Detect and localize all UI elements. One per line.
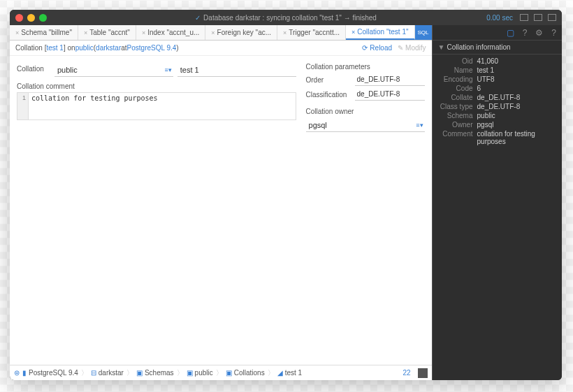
folder-icon: ▣ xyxy=(226,369,232,377)
classification-input[interactable]: de_DE.UTF-8 xyxy=(355,88,425,101)
reload-button[interactable]: ⟳Reload xyxy=(362,44,392,52)
close-icon[interactable]: × xyxy=(211,29,215,36)
info-tab-icon[interactable]: ▢ xyxy=(507,28,514,38)
info-body: Oid41,060 Nametest 1 EncodingUTF8 Code6 … xyxy=(433,55,562,150)
object-header: Collation [ test 1 ] on public (darkstar… xyxy=(10,41,432,56)
sync-duration: 0.00 sec xyxy=(486,14,513,22)
sql-tab-button[interactable]: SQL xyxy=(415,25,432,40)
dropdown-icon: ≡▾ xyxy=(165,66,172,73)
server-link[interactable]: PostgreSQL 9.4 xyxy=(127,44,177,52)
info-row: Oid41,060 xyxy=(438,57,556,65)
params-title: Collation parameters xyxy=(306,63,425,71)
tab-trigger[interactable]: ×Trigger "accntt... xyxy=(277,25,346,40)
tab-schema[interactable]: ×Schema "billme" xyxy=(10,25,78,40)
order-label: Order xyxy=(306,76,355,84)
inspector-tabs: ▢ ? ⚙ ? xyxy=(433,25,562,41)
collation-label: Collation xyxy=(17,65,50,73)
collation-name-input[interactable]: test 1 xyxy=(177,63,296,77)
schema-select[interactable]: public≡▾ xyxy=(55,63,173,77)
tab-fkey[interactable]: ×Foreign key "ac... xyxy=(205,25,277,40)
breadcrumb-item[interactable]: ▮PostgreSQL 9.4 xyxy=(22,369,78,377)
editor-tabs: ×Schema "billme" ×Table "accnt" ×Index "… xyxy=(10,25,432,41)
view-mode-icon[interactable] xyxy=(520,14,528,21)
window-title: ✓Database darkstar : syncing collation "… xyxy=(10,14,562,22)
collation-icon: ◢ xyxy=(277,369,283,377)
breadcrumb-item[interactable]: ⊟darkstar xyxy=(91,369,124,377)
info-row: Collatede_DE.UTF-8 xyxy=(438,94,556,101)
schema-link[interactable]: public xyxy=(75,44,94,52)
comment-text[interactable]: collation for testing purposes xyxy=(29,93,296,119)
info-row: Code6 xyxy=(438,85,556,92)
home-icon[interactable]: ⊜ xyxy=(14,369,20,377)
inspector-panel: ▢ ? ⚙ ? ▼Collation information Oid41,060… xyxy=(433,25,562,380)
folder-icon: ▣ xyxy=(136,369,143,377)
close-icon[interactable]: × xyxy=(283,29,286,36)
owner-select[interactable]: pgsql≡▾ xyxy=(306,118,425,132)
titlebar-view-icons xyxy=(520,14,556,21)
pencil-icon: ✎ xyxy=(398,44,403,52)
zoom-window-button[interactable] xyxy=(39,14,47,22)
collation-name-link[interactable]: test 1 xyxy=(46,44,63,52)
info-row: Class typede_DE.UTF-8 xyxy=(438,103,556,110)
app-body: ×Schema "billme" ×Table "accnt" ×Index "… xyxy=(10,25,562,380)
close-icon[interactable]: × xyxy=(84,29,87,36)
line-gutter: 1 xyxy=(17,93,29,119)
breadcrumb: ⊜ ▮PostgreSQL 9.4〉 ⊟darkstar〉 ▣Schemas〉 … xyxy=(10,365,432,380)
breadcrumb-item[interactable]: ▣Schemas xyxy=(136,369,174,377)
traffic-lights xyxy=(15,14,47,22)
info-section-header[interactable]: ▼Collation information xyxy=(433,41,562,55)
close-icon[interactable]: × xyxy=(142,29,145,36)
gear-icon[interactable]: ⚙ xyxy=(535,28,543,38)
breadcrumb-item[interactable]: ▣public xyxy=(187,369,213,377)
owner-title: Collation owner xyxy=(306,108,425,115)
help-icon[interactable]: ? xyxy=(523,28,528,38)
comment-editor[interactable]: 1 collation for testing purposes xyxy=(17,92,296,120)
info-row: Ownerpgsql xyxy=(438,121,556,129)
reload-icon: ⟳ xyxy=(362,44,368,52)
info-row: Commentcollation for testing purposes xyxy=(438,130,556,145)
check-icon: ✓ xyxy=(195,14,201,22)
tab-collation[interactable]: ×Collation "test 1" xyxy=(346,25,415,40)
tab-index[interactable]: ×Index "accnt_u... xyxy=(136,25,205,40)
titlebar: ✓Database darkstar : syncing collation "… xyxy=(10,10,562,25)
main-panel: ×Schema "billme" ×Table "accnt" ×Index "… xyxy=(10,25,433,380)
minimize-window-button[interactable] xyxy=(27,14,35,22)
comment-label: Collation comment xyxy=(17,82,296,90)
close-icon[interactable]: × xyxy=(15,29,19,36)
close-window-button[interactable] xyxy=(15,14,23,22)
server-icon: ▮ xyxy=(22,369,27,377)
status-indicator xyxy=(418,368,428,378)
modify-button[interactable]: ✎Modify xyxy=(398,44,426,52)
info-row: EncodingUTF8 xyxy=(438,75,556,83)
disclosure-triangle-icon: ▼ xyxy=(438,43,445,51)
breadcrumb-count: 22 xyxy=(402,369,410,377)
tab-table[interactable]: ×Table "accnt" xyxy=(78,25,136,40)
editor-content: Collation public≡▾ test 1 Collation comm… xyxy=(10,56,432,365)
info-row: Schemapublic xyxy=(438,112,556,119)
schema-icon: ▣ xyxy=(187,369,193,377)
database-link[interactable]: darkstar xyxy=(96,44,121,52)
info-row: Nametest 1 xyxy=(438,66,556,74)
app-window: ✓Database darkstar : syncing collation "… xyxy=(10,10,562,380)
database-icon: ⊟ xyxy=(91,369,96,377)
breadcrumb-item[interactable]: ◢test 1 xyxy=(277,369,302,377)
view-mode-icon[interactable] xyxy=(534,14,542,21)
view-mode-icon[interactable] xyxy=(548,14,556,21)
dropdown-icon: ≡▾ xyxy=(416,122,423,129)
breadcrumb-item[interactable]: ▣Collations xyxy=(226,369,265,377)
classification-label: Classification xyxy=(306,91,355,99)
help-icon[interactable]: ? xyxy=(551,28,556,38)
close-icon[interactable]: × xyxy=(351,29,355,36)
order-input[interactable]: de_DE.UTF-8 xyxy=(355,73,425,86)
